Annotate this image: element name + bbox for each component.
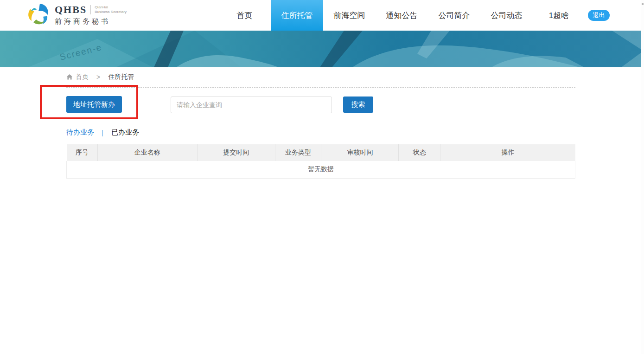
logo-swirl-icon — [27, 3, 51, 26]
nav-item-company-news[interactable]: 公司动态 — [480, 0, 533, 31]
col-review-time: 审核时间 — [321, 144, 399, 161]
nav-item-home[interactable]: 首页 — [218, 0, 271, 31]
home-icon — [66, 74, 73, 80]
vertical-scrollbar[interactable] — [641, 0, 644, 354]
col-enterprise-name: 企业名称 — [97, 144, 197, 161]
top-header: QHBS QianHai Business Secretary 前海商务秘书 首… — [0, 0, 641, 31]
scrollbar-up-arrow[interactable] — [642, 3, 644, 5]
search-button[interactable]: 搜索 — [343, 97, 373, 113]
empty-data-cell: 暂无数据 — [67, 161, 575, 178]
nav-item-company-profile[interactable]: 公司简介 — [428, 0, 480, 31]
logout-button[interactable]: 退出 — [588, 10, 610, 21]
business-tabs: 待办业务 | 已办业务 — [66, 128, 139, 137]
business-table: 序号 企业名称 提交时间 业务类型 审核时间 状态 操作 暂无数据 — [66, 144, 575, 179]
breadcrumb-current: 住所托管 — [108, 73, 134, 81]
nav-item-residence-hosting[interactable]: 住所托管 — [271, 0, 323, 31]
main-nav: 首页 住所托管 前海空间 通知公告 公司简介 公司动态 1超啥 退出 — [218, 0, 610, 31]
nav-item-qianhai-space[interactable]: 前海空间 — [323, 0, 376, 31]
col-business-type: 业务类型 — [275, 144, 321, 161]
breadcrumb-separator: > — [96, 73, 100, 81]
logo-chinese-name: 前海商务秘书 — [55, 17, 127, 26]
logo-subtitle: QianHai Business Secretary — [90, 5, 127, 14]
table-row: 暂无数据 — [67, 161, 575, 178]
page: QHBS QianHai Business Secretary 前海商务秘书 首… — [0, 0, 644, 354]
new-address-hosting-button[interactable]: 地址托管新办 — [66, 96, 122, 113]
logo[interactable]: QHBS QianHai Business Secretary 前海商务秘书 — [27, 3, 127, 26]
col-status: 状态 — [399, 144, 440, 161]
logo-text: QHBS QianHai Business Secretary 前海商务秘书 — [55, 4, 127, 26]
breadcrumb: 首页 > 住所托管 — [66, 73, 134, 81]
hero-banner: Screen-e — [0, 31, 641, 67]
col-serial-number: 序号 — [67, 144, 98, 161]
col-actions: 操作 — [440, 144, 575, 161]
tab-divider: | — [102, 129, 103, 136]
breadcrumb-home[interactable]: 首页 — [76, 73, 89, 81]
nav-item-username[interactable]: 1超啥 — [533, 0, 585, 31]
tab-done-business[interactable]: 已办业务 — [111, 128, 139, 137]
nav-item-notices[interactable]: 通知公告 — [376, 0, 428, 31]
dashed-divider — [66, 87, 575, 88]
tab-pending-business[interactable]: 待办业务 — [66, 128, 94, 137]
enterprise-search-input[interactable] — [171, 97, 332, 113]
logo-abbr: QHBS — [55, 4, 87, 16]
col-submit-time: 提交时间 — [197, 144, 275, 161]
table-header: 序号 企业名称 提交时间 业务类型 审核时间 状态 操作 — [67, 144, 575, 161]
